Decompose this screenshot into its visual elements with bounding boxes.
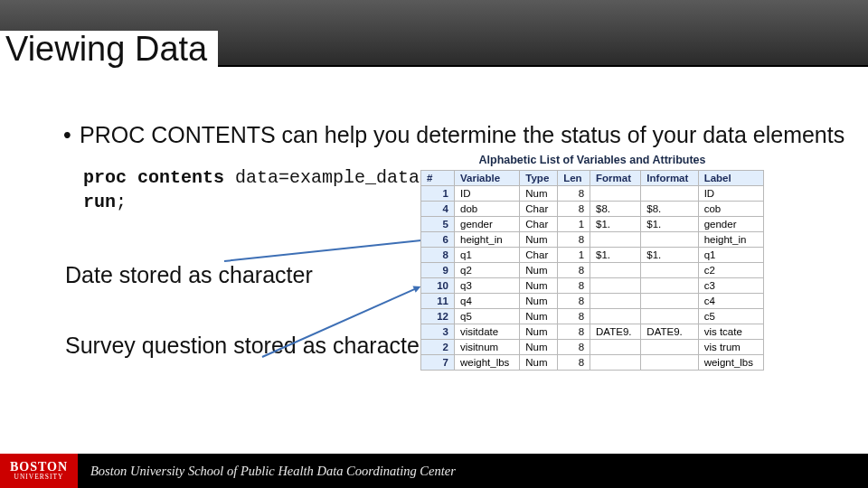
cell: ID: [698, 186, 763, 202]
cell: 3: [421, 324, 455, 340]
footer-text: Boston University School of Public Healt…: [90, 464, 456, 479]
title-bar: Viewing Data: [0, 0, 868, 67]
cell: $8.: [590, 202, 641, 217]
cell: [641, 355, 698, 371]
cell: ID: [455, 186, 520, 202]
cell: gender: [455, 217, 520, 232]
cell: 11: [421, 294, 455, 309]
table-row: 12q5Num8c5: [421, 309, 764, 324]
cell: c4: [698, 294, 763, 309]
col-format: Format: [590, 171, 641, 186]
cell: [641, 340, 698, 355]
cell: Num: [520, 294, 558, 309]
cell: [590, 340, 641, 355]
cell: visitnum: [455, 340, 520, 355]
cell: vis trum: [698, 340, 763, 355]
cell: [590, 309, 641, 324]
cell: 2: [421, 340, 455, 355]
cell: 8: [558, 340, 590, 355]
cell: 5: [421, 217, 455, 232]
cell: $1.: [641, 217, 698, 232]
col-type: Type: [520, 171, 558, 186]
table-row: 3visitdateNum8DATE9.DATE9.vis tcate: [421, 324, 764, 340]
col-len: Len: [558, 171, 590, 186]
table-row: 11q4Num8c4: [421, 294, 764, 309]
cell: vis tcate: [698, 324, 763, 340]
cell: [641, 309, 698, 324]
cell: 12: [421, 309, 455, 324]
cell: q1: [698, 248, 763, 263]
cell: 1: [558, 217, 590, 232]
cell: [590, 186, 641, 202]
cell: gender: [698, 217, 763, 232]
logo-bottom: UNIVERSITY: [14, 474, 64, 481]
cell: $1.: [641, 248, 698, 263]
cell: 7: [421, 355, 455, 371]
cell: Num: [520, 278, 558, 294]
cell: 8: [558, 355, 590, 371]
cell: [590, 294, 641, 309]
cell: 1: [421, 186, 455, 202]
cell: 8: [558, 202, 590, 217]
cell: 4: [421, 202, 455, 217]
table-row: 4dobChar8$8.$8.cob: [421, 202, 764, 217]
cell: [590, 263, 641, 278]
cell: visitdate: [455, 324, 520, 340]
table-row: 1IDNum8ID: [421, 186, 764, 202]
col-informat: Informat: [641, 171, 698, 186]
bu-logo: BOSTON UNIVERSITY: [0, 454, 78, 488]
col-variable: Variable: [455, 171, 520, 186]
cell: weight_lbs: [455, 355, 520, 371]
cell: Char: [520, 202, 558, 217]
cell: c3: [698, 278, 763, 294]
cell: Num: [520, 186, 558, 202]
cell: 8: [558, 294, 590, 309]
table-row: 2visitnumNum8vis trum: [421, 340, 764, 355]
cell: [641, 232, 698, 248]
cell: 8: [558, 263, 590, 278]
col-label: Label: [698, 171, 763, 186]
cell: 8: [558, 309, 590, 324]
table-row: 7weight_lbsNum8weignt_lbs: [421, 355, 764, 371]
bullet-dot: •: [63, 121, 80, 149]
cell: 8: [558, 232, 590, 248]
cell: $1.: [590, 217, 641, 232]
cell: 6: [421, 232, 455, 248]
sas-output-panel: Alphabetic List of Variables and Attribu…: [420, 154, 764, 371]
table-row: 5genderChar1$1.$1.gender: [421, 217, 764, 232]
cell: q3: [455, 278, 520, 294]
cell: 10: [421, 278, 455, 294]
slide-title: Viewing Data: [0, 31, 218, 69]
cell: 8: [558, 324, 590, 340]
cell: DATE9.: [590, 324, 641, 340]
cell: Num: [520, 263, 558, 278]
cell: 9: [421, 263, 455, 278]
table-title: Alphabetic List of Variables and Attribu…: [420, 154, 764, 166]
cell: [590, 232, 641, 248]
cell: [590, 278, 641, 294]
col-num: #: [421, 171, 455, 186]
cell: 8: [558, 186, 590, 202]
cell: [641, 294, 698, 309]
cell: Char: [520, 248, 558, 263]
cell: 8: [421, 248, 455, 263]
bullet-text: PROC CONTENTS can help you determine the…: [80, 122, 844, 147]
cell: $8.: [641, 202, 698, 217]
cell: q2: [455, 263, 520, 278]
cell: $1.: [590, 248, 641, 263]
bullet-line: •PROC CONTENTS can help you determine th…: [63, 121, 850, 149]
variables-table: # Variable Type Len Format Informat Labe…: [420, 170, 764, 371]
cell: cob: [698, 202, 763, 217]
cell: [641, 186, 698, 202]
logo-top: BOSTON: [10, 461, 68, 474]
cell: height_in: [698, 232, 763, 248]
cell: Num: [520, 324, 558, 340]
table-row: 6height_inNum8height_in: [421, 232, 764, 248]
cell: Num: [520, 232, 558, 248]
table-row: 10q3Num8c3: [421, 278, 764, 294]
cell: [590, 355, 641, 371]
cell: 8: [558, 278, 590, 294]
table-header-row: # Variable Type Len Format Informat Labe…: [421, 171, 764, 186]
cell: q4: [455, 294, 520, 309]
cell: Char: [520, 217, 558, 232]
